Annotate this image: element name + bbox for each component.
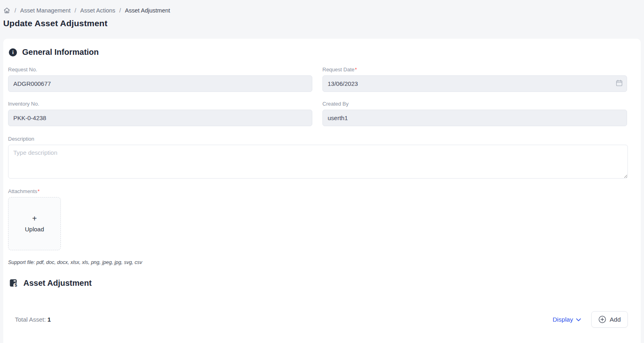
total-asset-line: Total Asset:1 <box>15 316 51 323</box>
request-date-input[interactable] <box>322 75 627 92</box>
section-title-general-information: General Information <box>22 48 99 57</box>
request-date-label: Request Date* <box>322 67 627 73</box>
required-asterisk: * <box>355 67 357 73</box>
breadcrumb-separator: / <box>15 7 16 14</box>
display-label: Display <box>553 316 573 323</box>
request-no-label-text: Request No. <box>8 67 37 73</box>
field-description: Description <box>8 136 628 180</box>
inventory-no-input <box>8 110 312 126</box>
form-card: i General Information Request No. Reques… <box>3 39 641 343</box>
field-attachments: Attachments* + Upload Support file: pdf,… <box>8 188 628 265</box>
add-asset-button[interactable]: Add <box>591 311 628 328</box>
calendar-icon[interactable] <box>616 79 623 88</box>
created-by-label-text: Created By <box>322 101 349 107</box>
breadcrumb-separator: / <box>75 7 76 14</box>
supported-files-note: Support file: pdf, doc, docx, xlsx, xls,… <box>8 260 628 265</box>
request-date-input-wrap <box>322 75 627 92</box>
attachments-label: Attachments* <box>8 188 628 194</box>
home-icon[interactable] <box>3 7 10 14</box>
breadcrumb-asset-adjustment: Asset Adjustment <box>125 7 170 14</box>
general-information-fields: Request No. Request Date* Inventory No <box>8 67 628 126</box>
info-icon: i <box>9 48 17 56</box>
attachments-label-text: Attachments <box>8 188 37 194</box>
total-asset-label: Total Asset: <box>15 316 46 323</box>
svg-text:$: $ <box>15 283 17 287</box>
request-no-label: Request No. <box>8 67 312 73</box>
inventory-no-label: Inventory No. <box>8 101 312 107</box>
description-textarea[interactable] <box>8 145 628 179</box>
breadcrumb-asset-management[interactable]: Asset Management <box>20 7 71 14</box>
asset-table-toolbar: Total Asset:1 Display Add <box>8 311 628 328</box>
asset-dollar-icon: $ <box>9 278 19 288</box>
top-bar: / Asset Management / Asset Actions / Ass… <box>0 0 644 39</box>
field-inventory-no: Inventory No. <box>8 101 312 126</box>
section-title-asset-adjustment: Asset Adjustment <box>23 279 91 288</box>
description-label-text: Description <box>8 136 34 142</box>
page-title: Update Asset Adjustment <box>3 19 638 28</box>
toolbar-actions: Display Add <box>553 311 628 328</box>
total-asset-value: 1 <box>48 316 51 323</box>
field-request-date: Request Date* <box>322 67 627 92</box>
breadcrumb-asset-actions[interactable]: Asset Actions <box>80 7 115 14</box>
plus-icon: + <box>32 215 37 222</box>
field-created-by: Created By <box>322 101 627 126</box>
description-label: Description <box>8 136 628 142</box>
created-by-label: Created By <box>322 101 627 107</box>
upload-label: Upload <box>25 226 44 233</box>
plus-circle-icon <box>598 316 606 323</box>
field-request-no: Request No. <box>8 67 312 92</box>
add-button-label: Add <box>610 316 621 323</box>
upload-dropzone[interactable]: + Upload <box>8 197 61 250</box>
breadcrumb-separator: / <box>119 7 121 14</box>
breadcrumb: / Asset Management / Asset Actions / Ass… <box>3 7 638 14</box>
display-dropdown[interactable]: Display <box>553 316 581 323</box>
request-date-label-text: Request Date <box>322 67 355 73</box>
inventory-no-label-text: Inventory No. <box>8 101 39 107</box>
general-information-header: i General Information <box>9 48 628 57</box>
asset-adjustment-header: $ Asset Adjustment <box>9 278 628 288</box>
request-no-input <box>8 75 312 92</box>
created-by-input <box>322 110 627 126</box>
chevron-down-icon <box>576 316 581 323</box>
required-asterisk: * <box>37 188 39 194</box>
